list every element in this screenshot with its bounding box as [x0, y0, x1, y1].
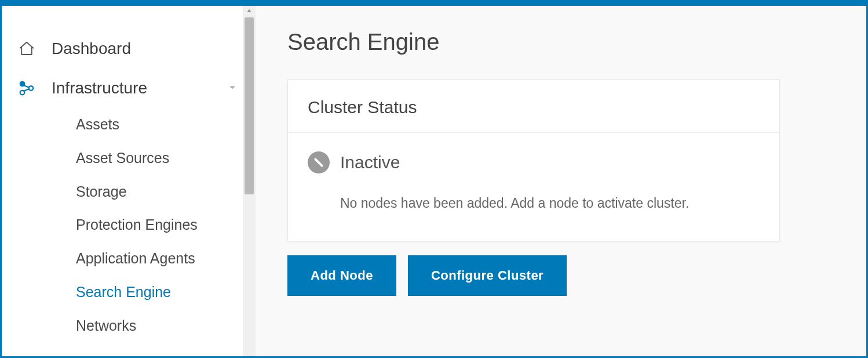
sidebar-item-dashboard[interactable]: Dashboard [2, 29, 256, 68]
add-node-button[interactable]: Add Node [287, 255, 396, 296]
sidebar-subitem-storage[interactable]: Storage [2, 175, 256, 209]
sidebar-subitem-label: Assets [76, 116, 119, 132]
sidebar-item-label: Dashboard [52, 39, 131, 58]
sidebar-subitem-label: Application Agents [76, 250, 195, 266]
sidebar-subitem-networks[interactable]: Networks [2, 309, 256, 343]
sidebar-subitem-search-engine[interactable]: Search Engine [2, 276, 256, 309]
sidebar-subitem-label: Storage [76, 183, 127, 200]
sidebar-subitem-label: Protection Engines [76, 216, 198, 233]
sidebar-subitem-asset-sources[interactable]: Asset Sources [2, 142, 256, 175]
app-frame: Dashboard Infrastructure [2, 6, 866, 356]
status-description: No nodes have been added. Add a node to … [340, 191, 711, 216]
sidebar-subitem-application-agents[interactable]: Application Agents [2, 242, 256, 276]
sidebar-item-infrastructure[interactable]: Infrastructure [2, 68, 256, 108]
button-row: Add Node Configure Cluster [287, 255, 834, 296]
sidebar-subitem-assets[interactable]: Assets [2, 108, 256, 142]
scrollbar[interactable] [243, 6, 256, 356]
card-heading: Cluster Status [288, 80, 779, 133]
sidebar: Dashboard Infrastructure [2, 6, 256, 356]
configure-cluster-button[interactable]: Configure Cluster [408, 255, 567, 296]
sidebar-subitem-protection-engines[interactable]: Protection Engines [2, 208, 256, 242]
home-icon [18, 40, 41, 57]
svg-line-4 [24, 89, 29, 91]
sidebar-subitem-label: Asset Sources [76, 150, 169, 166]
main-content: Search Engine Cluster Status Inactive No… [256, 6, 866, 356]
window-border: Dashboard Infrastructure [0, 0, 868, 358]
card-body: Inactive No nodes have been added. Add a… [288, 133, 779, 241]
chevron-down-icon [227, 79, 238, 97]
sidebar-subitem-label: Search Engine [76, 284, 171, 300]
scroll-up-arrow-icon[interactable] [243, 6, 256, 16]
sidebar-item-label: Infrastructure [52, 79, 147, 97]
sidebar-subitem-label: Networks [76, 317, 136, 334]
svg-line-3 [24, 85, 29, 88]
svg-point-2 [29, 86, 34, 91]
page-title: Search Engine [287, 29, 834, 55]
cluster-status-card: Cluster Status Inactive No nodes have be… [287, 79, 780, 241]
scrollbar-thumb[interactable] [245, 17, 254, 194]
infrastructure-icon [18, 79, 41, 97]
status-line: Inactive [308, 151, 760, 173]
inactive-icon [308, 151, 330, 173]
status-label: Inactive [340, 153, 400, 172]
